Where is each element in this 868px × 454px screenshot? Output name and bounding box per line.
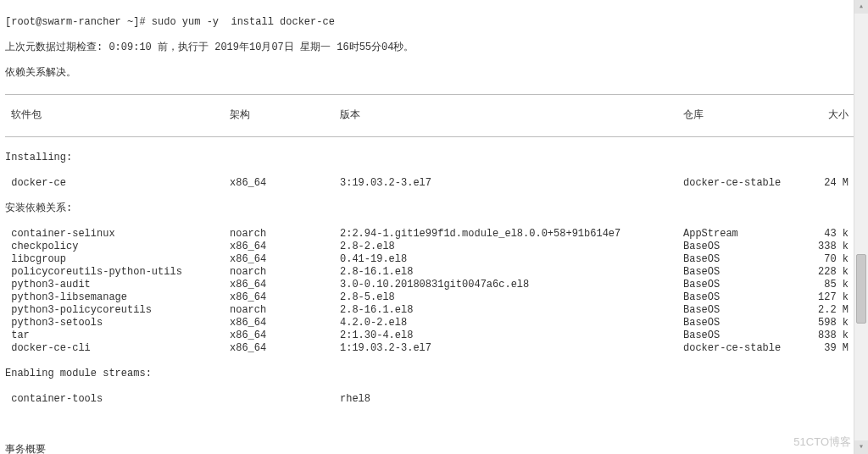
table-header-row: 软件包 架构 版本 仓库 大小 [5,109,863,122]
scroll-thumb[interactable] [856,254,866,324]
section-deps: 安装依赖关系: [5,202,863,215]
cell-repo: BaseOS [683,253,806,266]
module-arch [230,393,340,406]
cell-arch: noarch [230,228,340,241]
table-row: python3-setoolsx86_644.2.0-2.el8BaseOS59… [5,317,863,329]
cell-ver: 4.2.0-2.el8 [340,317,683,329]
cell-ver: 2.8-16.1.el8 [340,266,683,279]
section-enabling: Enabling module streams: [5,368,863,380]
cell-pkg: libcgroup [5,253,230,266]
cell-arch: x86_64 [230,253,340,266]
cell-repo: BaseOS [683,329,806,342]
cell-pkg: python3-setools [5,317,230,329]
cell-ver: 2.8-2.el8 [340,241,683,253]
cell-repo: BaseOS [683,317,806,329]
dep-resolved-line: 依赖关系解决。 [5,67,863,80]
cell-repo: BaseOS [683,304,806,317]
col-version: 版本 [340,109,683,122]
cell-ver: 1:19.03.2-3.el7 [340,342,683,355]
col-repo: 仓库 [683,109,806,122]
cell-pkg: python3-audit [5,279,230,291]
cell-size: 70 k [806,253,849,266]
table-row: python3-libsemanagex86_642.8-5.el8BaseOS… [5,291,863,304]
scroll-up-icon[interactable]: ▴ [854,0,868,14]
cell-arch: noarch [230,304,340,317]
cell-ver: 0.41-19.el8 [340,253,683,266]
cell-pkg: tar [5,329,230,342]
table-row: python3-policycoreutilsnoarch2.8-16.1.el… [5,304,863,317]
cell-repo: BaseOS [683,241,806,253]
cell-ver: 3.0-0.10.20180831git0047a6c.el8 [340,279,683,291]
module-name: container-tools [5,393,230,406]
cell-repo: docker-ce-stable [683,342,806,355]
divider [5,94,863,95]
table-row: container-selinuxnoarch2:2.94-1.git1e99f… [5,228,863,241]
section-installing: Installing: [5,152,863,164]
col-package: 软件包 [5,109,230,122]
cell-size: 43 k [806,228,849,241]
cell-size: 838 k [806,329,849,342]
table-row: policycoreutils-python-utilsnoarch2.8-16… [5,266,863,279]
table-row: checkpolicyx86_642.8-2.el8BaseOS338 k [5,241,863,253]
cell-arch: x86_64 [230,279,340,291]
cell-arch: x86_64 [230,177,340,190]
col-size: 大小 [806,109,849,122]
transaction-summary-label: 事务概要 [5,444,863,454]
cell-size: 39 M [806,342,849,355]
divider [5,136,863,137]
cell-size: 24 M [806,177,849,190]
col-arch: 架构 [230,109,340,122]
cell-size: 338 k [806,241,849,253]
cell-size: 598 k [806,317,849,329]
cell-ver: 3:19.03.2-3.el7 [340,177,683,190]
metadata-line: 上次元数据过期检查: 0:09:10 前，执行于 2019年10月07日 星期一… [5,42,863,54]
cell-repo: AppStream [683,228,806,241]
cell-pkg: python3-policycoreutils [5,304,230,317]
shell-prompt-line: [root@swarm-rancher ~]# sudo yum -y inst… [5,16,863,29]
table-row: docker-cex86_643:19.03.2-3.el7docker-ce-… [5,177,863,190]
cell-pkg: docker-ce [5,177,230,190]
blank-line [5,418,863,431]
cell-arch: x86_64 [230,329,340,342]
cell-size: 127 k [806,291,849,304]
cell-size: 228 k [806,266,849,279]
cell-size: 85 k [806,279,849,291]
cell-ver: 2.8-16.1.el8 [340,304,683,317]
scroll-down-icon[interactable]: ▾ [854,440,868,454]
cell-repo: docker-ce-stable [683,177,806,190]
cell-ver: 2:2.94-1.git1e99f1d.module_el8.0.0+58+91… [340,228,683,241]
cell-repo: BaseOS [683,279,806,291]
cell-repo: BaseOS [683,266,806,279]
table-row: tarx86_642:1.30-4.el8BaseOS838 k [5,329,863,342]
cell-pkg: container-selinux [5,228,230,241]
table-row: docker-ce-clix86_641:19.03.2-3.el7docker… [5,342,863,355]
module-stream: rhel8 [340,393,683,406]
cell-repo: BaseOS [683,291,806,304]
cell-pkg: docker-ce-cli [5,342,230,355]
table-row: python3-auditx86_643.0-0.10.20180831git0… [5,279,863,291]
module-stream-row: container-tools rhel8 [5,393,863,406]
scrollbar[interactable]: ▴ ▾ [854,0,868,454]
cell-arch: x86_64 [230,291,340,304]
cell-ver: 2.8-5.el8 [340,291,683,304]
cell-arch: x86_64 [230,241,340,253]
table-row: libcgroupx86_640.41-19.el8BaseOS70 k [5,253,863,266]
cell-ver: 2:1.30-4.el8 [340,329,683,342]
cell-pkg: policycoreutils-python-utils [5,266,230,279]
cell-arch: x86_64 [230,342,340,355]
cell-pkg: python3-libsemanage [5,291,230,304]
cell-arch: x86_64 [230,317,340,329]
cell-size: 2.2 M [806,304,849,317]
cell-pkg: checkpolicy [5,241,230,253]
cell-arch: noarch [230,266,340,279]
terminal-output: [root@swarm-rancher ~]# sudo yum -y inst… [0,0,868,454]
